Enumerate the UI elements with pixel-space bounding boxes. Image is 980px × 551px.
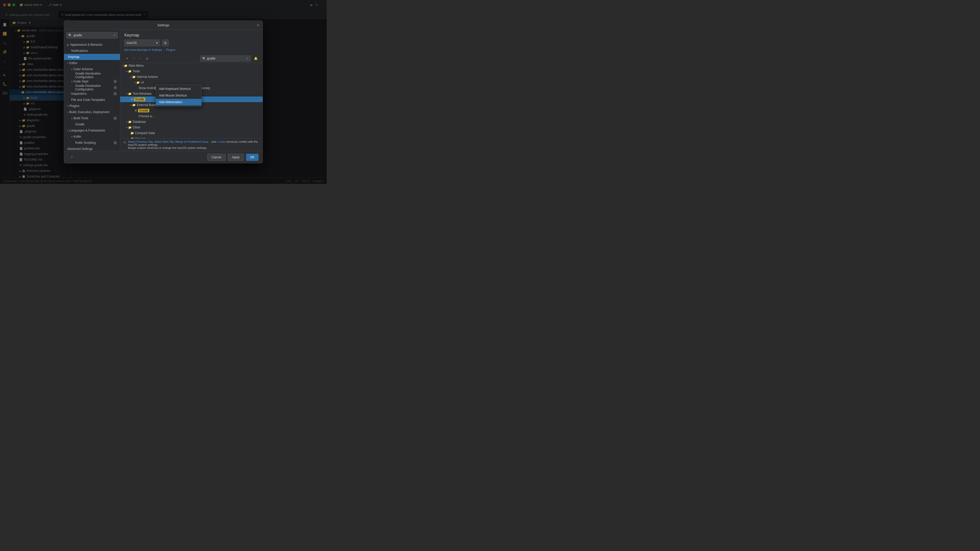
settings-right-header: Keymap macOS ▾ ⚙ Get more keymaps in <box>120 30 262 54</box>
get-more-keymaps-link[interactable]: Get more keymaps in Settings <box>124 48 162 51</box>
nav-gradle[interactable]: Gradle <box>64 121 120 127</box>
ktree-gradle-2[interactable]: ⚙ Gradle <box>120 108 262 113</box>
gradle-tag-1: Gradle <box>134 97 145 101</box>
nav-gradle-declarative-2[interactable]: Gradle Declarative Configuration ⚙ <box>64 84 120 91</box>
toolbar-add-button[interactable]: + <box>124 56 130 61</box>
help-button[interactable]: ? <box>68 154 75 161</box>
nav-languages[interactable]: ▾ Languages & Frameworks <box>64 127 120 134</box>
context-add-abbreviation[interactable]: Add Abbreviation <box>156 99 201 105</box>
context-add-mouse[interactable]: Add Mouse Shortcut <box>156 92 201 99</box>
keymap-search-input[interactable] <box>207 57 245 60</box>
ktree-main-menu[interactable]: ▾ 📁 Main Menu <box>120 63 262 68</box>
ktree-database[interactable]: ▾ 📁 Database <box>120 119 262 124</box>
settings-navigation: ▶ Appearance & Behavior Notifications Ke… <box>64 41 120 151</box>
nav-build-tools[interactable]: ▾ Build Tools ⚙ <box>64 115 120 121</box>
cancel-button[interactable]: Cancel <box>207 154 225 161</box>
settings-search-area: 🔍 gradle ✕ <box>64 30 120 41</box>
ktree-tools[interactable]: ▾ 📁 Tools <box>120 68 262 74</box>
dropdown-chevron-icon: ▾ <box>156 41 158 45</box>
inspections-badge: ⚙ <box>113 92 117 96</box>
toolbar-locate-button[interactable]: 🔔 <box>253 56 259 61</box>
nav-advanced-settings[interactable]: Advanced Settings <box>64 146 120 151</box>
context-add-keyboard[interactable]: Add Keyboard Shortcut <box>156 86 201 92</box>
nav-build-exec[interactable]: ▾ Build, Execution, Deployment <box>64 109 120 115</box>
nav-editor[interactable]: ▾ Editor <box>64 60 120 66</box>
nav-keymap[interactable]: Keymap <box>64 54 120 60</box>
settings-footer: ? Cancel Apply OK <box>64 151 262 163</box>
nav-color-scheme[interactable]: ▾ Color Scheme <box>64 66 120 72</box>
context-menu: Add Keyboard Shortcut Add Mouse Shortcut… <box>156 84 202 107</box>
modal-overlay: Settings ✕ 🔍 gradle ✕ ▶ <box>0 0 327 184</box>
keymap-links: Get more keymaps in Settings | Plugins <box>124 48 259 51</box>
warning-link-1[interactable]: Select Previous Tab <box>128 140 153 143</box>
apply-button[interactable]: Apply <box>228 154 244 161</box>
nav-plugins[interactable]: ▾ Plugins <box>64 103 120 109</box>
nav-inspections[interactable]: Inspections ⚙ <box>64 91 120 97</box>
ktree-compare-data[interactable]: 📁 Compare Data <box>120 130 262 136</box>
build-tools-badge: ⚙ <box>113 116 117 120</box>
keymap-toolbar: + ✕ ✏ ⚠ 🔍 ✕ 🔔 <box>120 54 262 63</box>
ktree-other[interactable]: ▾ 📁 Other <box>120 124 262 130</box>
nav-code-style[interactable]: ▾ Code Style ⚙ <box>64 78 120 84</box>
toolbar-warning-button[interactable]: ⚠ <box>144 56 150 61</box>
settings-search-box[interactable]: 🔍 gradle ✕ <box>66 32 118 38</box>
search-clear-right[interactable]: ✕ <box>246 57 248 60</box>
ktree-view-as[interactable]: 📁 View as <box>120 136 262 139</box>
toolbar-edit-button: ✏ <box>138 56 143 61</box>
nav-kotlin-scripting[interactable]: Kotlin Scripting ⚙ <box>64 140 120 146</box>
kotlin-scripting-badge: ⚙ <box>113 141 117 145</box>
settings-left-panel: 🔍 gradle ✕ ▶ Appearance & Behavior Notif… <box>64 30 120 151</box>
ktree-internal-actions[interactable]: ▾ 📁 Internal Actions <box>120 74 262 80</box>
keymap-warning: ⚠ Select Previous Tab, Select Next Tab, … <box>120 139 262 151</box>
settings-close-button[interactable]: ✕ <box>256 23 259 27</box>
gear-icon: ⚙ <box>164 41 167 45</box>
keymap-scheme-row: macOS ▾ ⚙ <box>124 40 259 46</box>
settings-title-bar: Settings ✕ <box>64 21 262 30</box>
keymap-scheme-dropdown[interactable]: macOS ▾ <box>124 40 160 46</box>
keymap-gear-button[interactable]: ⚙ <box>162 40 169 46</box>
plugins-link[interactable]: Plugins <box>166 48 175 51</box>
ktree-choose-a[interactable]: Choose a... <box>120 113 262 119</box>
search-icon: 🔍 <box>68 34 72 37</box>
nav-appearance[interactable]: ▶ Appearance & Behavior <box>64 41 120 48</box>
nav-notifications[interactable]: Notifications <box>64 48 120 54</box>
gradle-tag-2: Gradle <box>138 109 149 112</box>
toolbar-remove-button: ✕ <box>131 56 137 61</box>
warning-link-2[interactable]: Select Next Tab <box>154 140 174 143</box>
nav-gradle-declarative-1[interactable]: Gradle Declarative Configuration <box>64 72 120 78</box>
warning-link-3[interactable]: Merge to Predefined Issue... <box>175 140 210 143</box>
ok-button[interactable]: OK <box>246 154 259 161</box>
gradle-dec-badge: ⚙ <box>114 86 117 89</box>
warning-link-more[interactable]: 1 more <box>217 140 226 143</box>
nav-file-code-templates[interactable]: File and Code Templates <box>64 97 120 103</box>
settings-search-value: gradle <box>73 33 82 37</box>
nav-kotlin[interactable]: ▾ Kotlin <box>64 134 120 140</box>
keymap-search-field[interactable]: 🔍 ✕ <box>200 56 251 62</box>
keymap-title: Keymap <box>124 33 259 38</box>
code-style-badge: ⚙ <box>113 80 117 83</box>
settings-search-clear[interactable]: ✕ <box>113 34 116 37</box>
settings-title: Settings <box>158 23 169 27</box>
search-icon-right: 🔍 <box>202 57 206 60</box>
warning-icon: ⚠ <box>123 140 126 144</box>
